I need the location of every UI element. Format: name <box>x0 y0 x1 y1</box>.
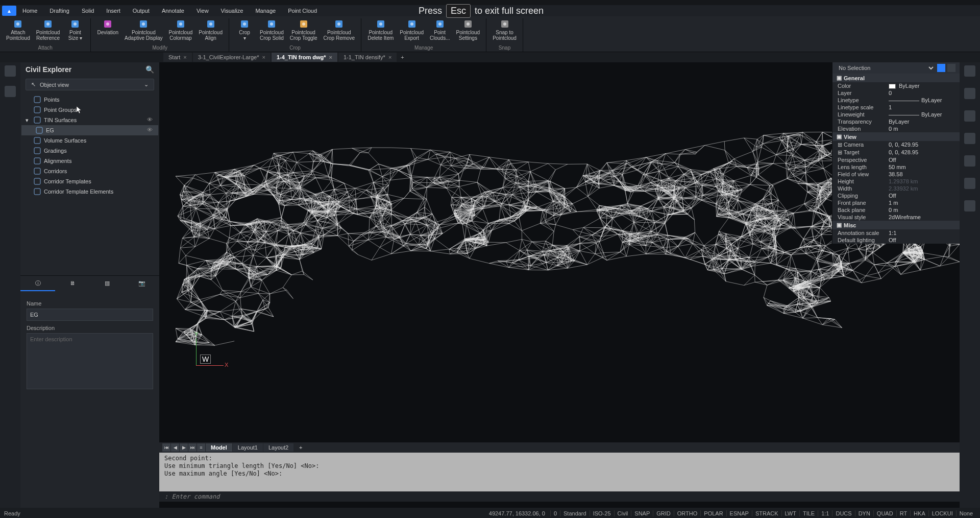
selection-dropdown[interactable]: No Selection <box>837 64 935 72</box>
corridors-node[interactable]: Corridors <box>21 166 158 176</box>
status-toggle-ducs[interactable]: DUCS <box>832 510 854 516</box>
command-input[interactable]: : Enter command <box>159 491 980 502</box>
doc-tab[interactable]: Start× <box>163 53 192 62</box>
volume-surfaces-node[interactable]: Volume Surfaces <box>21 135 158 146</box>
menu-manage[interactable]: Manage <box>249 6 282 16</box>
prop-color-val[interactable]: ByLayer <box>889 83 954 89</box>
sheet-tab-model[interactable]: Model <box>206 443 232 452</box>
point-size-button[interactable]: Point Size ▾ <box>63 18 87 42</box>
prop-back-val[interactable]: 0 m <box>889 207 954 213</box>
close-icon[interactable]: × <box>183 54 186 60</box>
bulb-icon[interactable] <box>964 200 975 211</box>
attach-pointcloud-button[interactable]: Attach Pointcloud <box>3 18 33 42</box>
pick-filter-icon[interactable] <box>937 64 945 72</box>
status-toggle-snap[interactable]: SNAP <box>631 510 653 516</box>
tab-info[interactable]: ⓘ <box>20 276 55 291</box>
status-toggle-standard[interactable]: Standard <box>560 510 590 516</box>
prop-lens-val[interactable]: 50 mm <box>889 164 954 170</box>
prop-fov-val[interactable]: 38.58 <box>889 171 954 177</box>
points-node[interactable]: Points <box>21 95 158 105</box>
description-field[interactable] <box>27 333 153 389</box>
prop-deflight-val[interactable]: Off <box>889 237 954 243</box>
section-misc[interactable]: ▣Misc <box>832 221 960 229</box>
section-view[interactable]: ▣View <box>832 132 960 141</box>
status-toggle-civil[interactable]: Civil <box>614 510 631 516</box>
tin-eg-node[interactable]: EG👁 <box>21 125 158 135</box>
tab-snapshot[interactable]: 📷 <box>125 276 159 291</box>
menu-drafting[interactable]: Drafting <box>43 6 76 16</box>
status-toggle-iso25[interactable]: ISO-25 <box>590 510 614 516</box>
layers-icon[interactable] <box>5 86 16 97</box>
attach-icon[interactable] <box>964 133 975 144</box>
sheet-next-btn[interactable]: ▶ <box>180 443 188 452</box>
point-groups-node[interactable]: Point Groups <box>21 105 158 115</box>
close-icon[interactable]: × <box>329 54 332 60</box>
pointcloud-export-button[interactable]: Pointcloud Export <box>397 18 427 42</box>
prop-target-val[interactable]: 0, 0, 428.95 <box>889 149 954 156</box>
snap-to-pointcloud-button[interactable]: Snap to Pointcloud <box>489 18 520 42</box>
gradings-node[interactable]: Gradings <box>21 146 158 156</box>
menu-visualize[interactable]: Visualize <box>215 6 250 16</box>
civil-explorer-icon[interactable] <box>5 65 16 77</box>
deviation-button[interactable]: Deviation <box>94 18 121 42</box>
sheet-list-btn[interactable]: ≡ <box>197 443 205 452</box>
section-general[interactable]: ▣General <box>832 74 960 82</box>
menu-output[interactable]: Output <box>127 6 156 16</box>
doc-tab[interactable]: 1-4_TIN from dwg*× <box>272 53 337 62</box>
prop-annoscale-val[interactable]: 1:1 <box>889 230 954 236</box>
close-icon[interactable]: × <box>388 54 391 60</box>
point-clouds-button[interactable]: Point Clouds... <box>427 18 453 42</box>
prop-linetype-val[interactable]: ByLayer <box>889 97 954 103</box>
status-toggle-11[interactable]: 1:1 <box>818 510 832 516</box>
add-tab-button[interactable]: + <box>398 53 407 61</box>
crop-button[interactable]: Crop ▾ <box>232 18 257 42</box>
tab-add[interactable]: 🗎 <box>55 276 90 291</box>
prop-perspective-val[interactable]: Off <box>889 157 954 163</box>
status-toggle-none[interactable]: None <box>956 510 976 516</box>
prop-vstyle-val[interactable]: 2dWireframe <box>889 214 954 220</box>
visibility-icon[interactable]: 👁 <box>147 127 154 134</box>
prop-transparency-val[interactable]: ByLayer <box>889 119 954 125</box>
menu-solid[interactable]: Solid <box>76 6 100 16</box>
search-icon[interactable]: 🔍 <box>145 65 154 74</box>
sheet-tab-layout2[interactable]: Layout2 <box>263 443 293 452</box>
menu-view[interactable]: View <box>190 6 215 16</box>
name-field[interactable] <box>27 309 153 321</box>
status-toggle-lwt[interactable]: LWT <box>781 510 799 516</box>
sheet-first-btn[interactable]: ⏮ <box>162 443 170 452</box>
corridor-template-elements-node[interactable]: Corridor Template Elements <box>21 186 158 197</box>
status-toggle-0[interactable]: 0 <box>550 510 560 516</box>
prop-elevation-val[interactable]: 0 m <box>889 126 954 132</box>
pointcloud-crop-solid-button[interactable]: Pointcloud Crop Solid <box>257 18 287 42</box>
doc-tab[interactable]: 3-1_CivilExplorer-Large*× <box>193 53 271 62</box>
quick-select-icon[interactable] <box>947 64 955 72</box>
render-icon[interactable] <box>964 155 975 167</box>
pointcloud-crop-remove-button[interactable]: Pointcloud Crop Remove <box>320 18 358 42</box>
pointcloud-align-button[interactable]: Pointcloud Align <box>195 18 226 42</box>
tab-stats[interactable]: ▥ <box>90 276 125 291</box>
status-toggle-esnap[interactable]: ESNAP <box>726 510 752 516</box>
menu-insert[interactable]: Insert <box>100 6 127 16</box>
tin-surfaces-node[interactable]: ▾TIN Surfaces👁 <box>21 115 158 125</box>
sheet-tab-add[interactable]: + <box>294 443 307 452</box>
prop-clipping-val[interactable]: Off <box>889 193 954 199</box>
status-toggle-dyn[interactable]: DYN <box>855 510 873 516</box>
menu-home[interactable]: Home <box>16 6 43 16</box>
pointcloud-crop-toggle-button[interactable]: Pointcloud Crop Toggle <box>287 18 321 42</box>
prop-camera-val[interactable]: 0, 0, 429.95 <box>889 142 954 148</box>
cloud-icon[interactable] <box>964 178 975 189</box>
status-toggle-strack[interactable]: STRACK <box>752 510 781 516</box>
status-toggle-hka[interactable]: HKA <box>910 510 928 516</box>
prop-front-val[interactable]: 1 m <box>889 200 954 206</box>
sheet-tab-layout1[interactable]: Layout1 <box>233 443 263 452</box>
alignments-node[interactable]: Alignments <box>21 156 158 166</box>
structure-icon[interactable] <box>964 110 975 122</box>
pointcloud-reference-button[interactable]: Pointcloud Reference <box>33 18 63 42</box>
visibility-icon[interactable]: 👁 <box>147 116 154 124</box>
view-mode-select[interactable]: ↖Object view ⌄ <box>26 79 154 90</box>
app-logo-icon[interactable]: ▲ <box>2 6 16 16</box>
expand-icon[interactable]: ▾ <box>26 117 31 124</box>
sheet-prev-btn[interactable]: ◀ <box>171 443 179 452</box>
prop-lineweight-val[interactable]: ByLayer <box>889 111 954 117</box>
menu-point-cloud[interactable]: Point Cloud <box>282 6 323 16</box>
